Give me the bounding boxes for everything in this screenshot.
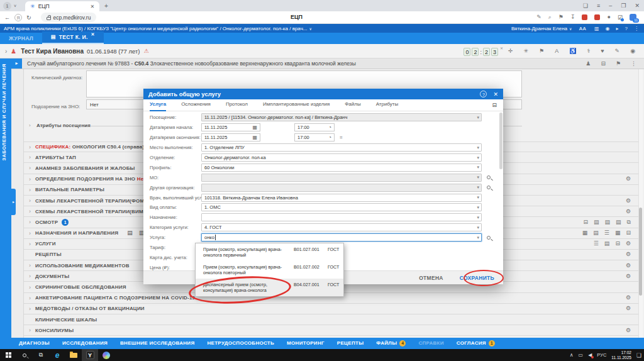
clock-icon[interactable]: ◔ bbox=[328, 125, 331, 130]
reload-icon[interactable]: ↻ bbox=[22, 14, 36, 21]
gear-icon[interactable]: ⚙ bbox=[626, 209, 631, 214]
search-icon[interactable] bbox=[16, 349, 33, 361]
calendar-icon[interactable]: ▦ bbox=[252, 135, 257, 140]
time-field[interactable]: 17:00◔ bbox=[294, 123, 335, 131]
accordion-row[interactable]: ›МЕДОТВОДЫ / ОТКАЗЫ ОТ ВАКЦИНАЦИИ⚙ bbox=[24, 304, 638, 314]
dropdown-item[interactable]: Прием (осмотр, консультация) врача-онкол… bbox=[196, 261, 343, 279]
gear-icon[interactable]: ⚙ bbox=[626, 252, 631, 257]
combo-field[interactable]: ▾ bbox=[201, 174, 482, 182]
side-strip[interactable]: ЗАБОЛЕВАНИЯ И СЛУЧАИ ЛЕЧЕНИЯ bbox=[0, 58, 11, 338]
chat-icon[interactable]: ❏ bbox=[579, 3, 592, 9]
flag-icon[interactable]: ⚑ bbox=[539, 48, 544, 54]
browser-profile-icon[interactable]: Я bbox=[14, 14, 22, 21]
extension-icon[interactable] bbox=[582, 14, 587, 20]
chevron-down-icon[interactable]: ∨ bbox=[307, 26, 311, 31]
search-icon[interactable] bbox=[487, 186, 491, 189]
close-icon[interactable]: ✕ bbox=[630, 3, 644, 9]
start-icon[interactable] bbox=[0, 349, 16, 361]
help-icon[interactable]: ? bbox=[480, 91, 487, 97]
combo-field[interactable]: 1. Отделение ЛПУ▾ bbox=[201, 143, 482, 152]
close-icon[interactable]: ✕ bbox=[493, 91, 498, 97]
minimize-icon[interactable]: – bbox=[604, 3, 616, 9]
medical-icon[interactable]: ⚕ bbox=[587, 48, 590, 54]
list-icon[interactable]: ☰ bbox=[604, 230, 609, 236]
dropdown-icon[interactable]: ▾ bbox=[477, 195, 479, 200]
gear-icon[interactable]: ⚙ bbox=[626, 328, 631, 333]
print-menu-icon[interactable]: ⊟ bbox=[626, 230, 631, 236]
dropdown-icon[interactable]: ▾ bbox=[477, 235, 479, 240]
sound-icon[interactable]: ◀ bbox=[588, 352, 592, 358]
gear-icon[interactable]: ⚙ bbox=[626, 295, 631, 301]
gear-icon[interactable]: ⚙ bbox=[626, 274, 631, 279]
dropdown-icon[interactable]: ▾ bbox=[477, 155, 479, 160]
dropdown-icon[interactable]: ▾ bbox=[477, 215, 479, 220]
calendar-menu-icon[interactable]: ▦ bbox=[582, 230, 588, 236]
url-field[interactable]: ecp.medkirov.ru bbox=[41, 13, 97, 22]
heart-icon[interactable]: ♥ bbox=[601, 48, 604, 54]
gear-menu-icon[interactable]: ⚙ bbox=[626, 241, 631, 247]
dropdown-icon[interactable]: ▾ bbox=[477, 225, 479, 230]
font-size-icon[interactable]: АА bbox=[575, 26, 589, 31]
time-field[interactable]: 17:00◔ bbox=[294, 133, 335, 142]
extension-icon[interactable] bbox=[594, 14, 600, 20]
combo-field[interactable]: ▾ bbox=[201, 213, 482, 221]
downloads-icon[interactable]: ↧ bbox=[570, 14, 575, 20]
bottom-tab-диагнозы[interactable]: ДИАГНОЗЫ bbox=[13, 338, 56, 349]
bottom-tab-нетрудоспособность[interactable]: НЕТРУДОСПОСОБНОСТЬ bbox=[201, 338, 280, 349]
browser-tab[interactable]: ✳ ЕЦП ✕ bbox=[25, 1, 99, 11]
content-scrollbar-thumb[interactable] bbox=[639, 208, 642, 296]
new-tab-icon[interactable]: + bbox=[99, 3, 113, 9]
bottom-tab-мониторинг[interactable]: МОНИТОРИНГ bbox=[280, 338, 331, 349]
dropdown-icon[interactable]: ▾ bbox=[477, 185, 479, 190]
content-scrollbar[interactable] bbox=[638, 69, 643, 338]
chevron-down-icon[interactable]: ∨ bbox=[567, 26, 575, 31]
help-icon[interactable]: ? bbox=[625, 26, 628, 31]
breadcrumb[interactable]: АРМ врача поликлиники (ExtJS 6) / КОГКБУ… bbox=[0, 26, 307, 31]
language-indicator[interactable]: РУС bbox=[597, 352, 606, 358]
ie-icon[interactable]: e bbox=[49, 349, 65, 361]
dropdown-icon[interactable]: ▾ bbox=[477, 205, 479, 210]
doc-disabled-icon[interactable]: ▤ bbox=[616, 219, 621, 225]
tab-journal[interactable]: ЖУРНАЛ bbox=[0, 33, 42, 44]
taskbar-clock[interactable]: 17:02 11.11.2025 bbox=[611, 350, 631, 360]
wheelchair-icon[interactable]: ♿ bbox=[569, 48, 576, 54]
bottom-tab-исследования[interactable]: ИССЛЕДОВАНИЯ bbox=[56, 338, 114, 349]
doc-icon[interactable]: ▤ bbox=[605, 219, 611, 225]
tasks-icon[interactable]: ☑ bbox=[618, 14, 623, 21]
bookmark-icon[interactable]: ⚑ bbox=[558, 14, 564, 20]
alice-icon[interactable] bbox=[98, 349, 114, 361]
expand-panel-icon[interactable]: ▸ bbox=[11, 58, 22, 69]
combo-field[interactable]: 60 Онкологии▾ bbox=[201, 164, 482, 172]
print-icon[interactable]: ⊟ bbox=[601, 61, 606, 67]
bottom-tab-внешние исследования[interactable]: ВНЕШНИЕ ИССЛЕДОВАНИЯ bbox=[114, 338, 201, 349]
calendar-icon[interactable]: ▦ bbox=[252, 125, 257, 130]
modal-tab-осложнения[interactable]: Осложнения bbox=[181, 99, 211, 111]
dropdown-item[interactable]: Прием (осмотр, консультация) врача-онкол… bbox=[196, 243, 343, 261]
edit-icon[interactable]: ✎ bbox=[615, 48, 620, 54]
more-icon[interactable]: ⋮ bbox=[631, 61, 636, 67]
cancel-button[interactable]: ОТМЕНА bbox=[419, 275, 443, 281]
tray-expand-icon[interactable]: ∧ bbox=[570, 352, 574, 358]
task-view-icon[interactable]: ⧉ bbox=[33, 349, 49, 361]
globe-icon[interactable]: ◉ bbox=[630, 48, 635, 54]
search-icon[interactable] bbox=[487, 175, 491, 179]
doc-icon[interactable]: ▤ bbox=[593, 230, 599, 236]
menu-icon[interactable]: ≡ bbox=[592, 3, 604, 9]
zoom-icon[interactable]: ⌕ bbox=[548, 14, 552, 20]
doc-icon[interactable]: ▤ bbox=[604, 241, 610, 247]
gear-icon[interactable]: ⚙ bbox=[626, 306, 631, 311]
modal-scrollbar-thumb[interactable] bbox=[499, 113, 502, 169]
chevron-down-icon[interactable]: ˅ bbox=[11, 4, 19, 8]
visit-attributes-label[interactable]: Атрибуты посещения bbox=[36, 123, 91, 128]
user-menu[interactable]: Вяткина-Дранчак Елена bbox=[511, 26, 567, 31]
date-field[interactable]: 11.11.2025▦ bbox=[201, 133, 260, 142]
close-tab-icon[interactable]: ✕ bbox=[90, 4, 94, 9]
collapse-handle[interactable]: ▸ bbox=[11, 189, 16, 215]
patient-name[interactable]: Тест Кира Ивановна bbox=[21, 48, 84, 55]
print-icon[interactable]: ⊟ bbox=[615, 241, 620, 247]
edit-icon[interactable]: ✎ bbox=[536, 14, 541, 20]
timer-close-icon[interactable]: ✕ bbox=[499, 46, 508, 50]
video-icon[interactable]: ▸ bbox=[616, 26, 619, 31]
dropdown-icon[interactable]: ▾ bbox=[477, 165, 479, 170]
notification-center-icon[interactable]: ❏ bbox=[636, 352, 641, 358]
